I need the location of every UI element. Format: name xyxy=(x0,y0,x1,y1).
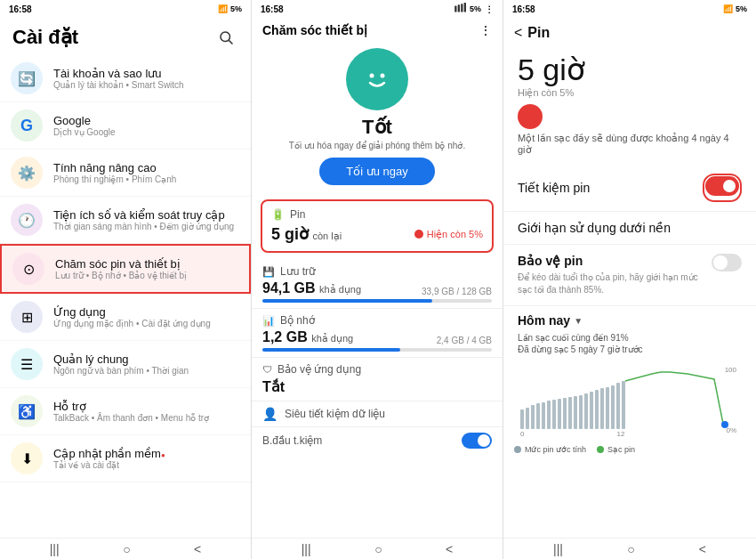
protect-section[interactable]: 🛡 Bảo vệ ứng dụng Tắt xyxy=(252,358,503,401)
svg-rect-23 xyxy=(584,393,588,429)
legend-dot-charging xyxy=(597,446,604,453)
settings-item-general[interactable]: ☰ Quản lý chung Ngôn ngữ và bàn phím • T… xyxy=(0,341,251,388)
settings-item-accessibility[interactable]: ♿ Hỗ trợ TalkBack • Âm thanh đơn • Menu … xyxy=(0,388,251,435)
bao-ve-title: Bảo vệ pin xyxy=(518,254,712,268)
memory-section[interactable]: 📊 Bộ nhớ 1,2 GB khả dụng 2,4 GB / 4 GB xyxy=(252,309,503,358)
legend-dot-estimated xyxy=(514,446,521,453)
protect-title: Bảo vệ ứng dụng xyxy=(277,363,361,376)
general-sub: Ngôn ngữ và bàn phím • Thời gian xyxy=(53,366,189,376)
battery-time: 5 giờ xyxy=(271,225,309,243)
device-care-sub: Lưu trữ • Bộ nhớ • Bảo vệ thiết bị xyxy=(55,271,187,280)
device-care-icon: ⊙ xyxy=(12,253,44,285)
super-save-icon: 👤 xyxy=(262,407,277,421)
chart-svg: 100 0% xyxy=(514,365,745,436)
battery-red-circle xyxy=(518,104,543,129)
svg-rect-4 xyxy=(461,4,462,12)
nav-home-1[interactable]: ○ xyxy=(123,542,130,556)
back-button[interactable]: < xyxy=(514,25,522,41)
settings-item-digital[interactable]: 🕐 Tiện ích số và kiểm soát truy cập Thời… xyxy=(0,197,251,244)
optimize-button[interactable]: Tối ưu ngay xyxy=(319,158,434,185)
bao-ve-desc: Để kéo dài tuổi thọ của pin, hãy giới hạ… xyxy=(518,271,712,296)
search-button[interactable] xyxy=(213,25,238,50)
svg-rect-18 xyxy=(558,399,561,429)
charge-stat-2: Đã dừng sạc 5 ngày 7 giờ trước xyxy=(518,344,742,354)
nav-home-2[interactable]: ○ xyxy=(374,542,382,556)
settings-item-apps[interactable]: ⊞ Ứng dụng Ứng dụng mặc định • Cài đặt ứ… xyxy=(0,294,251,341)
storage-progress-fill xyxy=(262,299,432,303)
settings-header: Cài đặt xyxy=(0,18,251,55)
panel-settings: 16:58 📶 5% Cài đặt 🔄 Tài khoản và sao lư… xyxy=(0,0,252,559)
nav-home-3[interactable]: ○ xyxy=(627,542,634,556)
nav-recents-1[interactable]: ||| xyxy=(50,542,60,556)
svg-point-0 xyxy=(221,32,230,42)
bao-ve-toggle[interactable] xyxy=(712,254,742,271)
battery-title: Pin xyxy=(527,25,550,41)
nav-back-1[interactable]: < xyxy=(194,542,201,556)
hom-nay-section: Hôm nay ▼ xyxy=(503,306,756,331)
nav-recents-2[interactable]: ||| xyxy=(302,542,311,556)
svg-rect-27 xyxy=(606,387,609,429)
status-time-1: 16:58 xyxy=(9,4,32,14)
digital-icon: 🕐 xyxy=(11,204,43,236)
nav-back-2[interactable]: < xyxy=(446,542,453,556)
device-care-title: Chăm sóc thiết bị xyxy=(262,23,367,37)
panel-battery: 16:58 📶 5% < Pin 5 giờ Hiện còn 5% Một l… xyxy=(503,0,756,559)
memory-avail: khả dụng xyxy=(311,333,353,344)
bao-ve-section: Bảo vệ pin Để kéo dài tuổi thọ của pin, … xyxy=(503,245,756,306)
svg-rect-17 xyxy=(552,400,556,429)
svg-rect-16 xyxy=(547,401,551,429)
device-care-content: Tốt Tối ưu hóa ngay để giải phóng thêm b… xyxy=(252,39,503,538)
memory-right: 2,4 GB / 4 GB xyxy=(437,336,492,345)
svg-point-8 xyxy=(381,74,385,78)
memory-progress-fill xyxy=(262,348,400,352)
gioi-han-row[interactable]: Giới hạn sử dụng dưới nền xyxy=(503,212,756,245)
legend-item-charging: Sạc pin xyxy=(597,445,635,454)
status-time-2: 16:58 xyxy=(261,4,284,14)
device-care-top: Tốt Tối ưu hóa ngay để giải phóng thêm b… xyxy=(252,39,503,199)
account-label: Tài khoản và sao lưu xyxy=(53,67,184,80)
settings-item-account[interactable]: 🔄 Tài khoản và sao lưu Quản lý tài khoản… xyxy=(0,55,251,102)
svg-rect-30 xyxy=(622,381,625,429)
settings-list: 🔄 Tài khoản và sao lưu Quản lý tài khoản… xyxy=(0,55,251,538)
update-sub: Tải về và cài đặt xyxy=(53,460,165,470)
status-bar-2: 16:58 5% ⋮ xyxy=(252,0,503,18)
google-sub: Dịch vụ Google xyxy=(53,127,116,137)
digital-sub: Thời gian sáng màn hình • Đếm giờ ứng dụ… xyxy=(53,222,234,231)
battery-remaining: còn lại xyxy=(312,231,342,241)
gioi-han-label: Giới hạn sử dụng dưới nền xyxy=(518,221,671,235)
super-save-label: Siêu tiết kiệm dữ liệu xyxy=(285,408,385,420)
battery-chart: 100 0% xyxy=(503,361,756,443)
nav-bar-3: ||| ○ < xyxy=(503,538,756,559)
battery-card[interactable]: 🔋 Pin 5 giờ còn lại Hiện còn 5% xyxy=(261,199,494,253)
svg-rect-19 xyxy=(563,398,567,429)
settings-item-device-care[interactable]: ⊙ Chăm sóc pin và thiết bị Lưu trữ • Bộ … xyxy=(0,244,251,294)
tot-sub: Tối ưu hóa ngay để giải phóng thêm bộ nh… xyxy=(289,141,465,150)
dropdown-arrow[interactable]: ▼ xyxy=(574,316,583,326)
battery-small-icon: 🔋 xyxy=(271,208,285,221)
super-save-row[interactable]: 👤 Siêu tiết kiệm dữ liệu xyxy=(252,401,503,427)
digital-label: Tiện ích số và kiểm soát truy cập xyxy=(53,208,234,222)
update-icon: ⬇ xyxy=(11,442,43,474)
general-label: Quản lý chung xyxy=(53,352,189,366)
tiet-kiem-toggle[interactable] xyxy=(705,176,739,196)
settings-item-advanced[interactable]: ⚙️ Tính năng nâng cao Phòng thí nghiệm •… xyxy=(0,150,251,197)
tiet-kiem-label: Tiết kiệm pin xyxy=(518,181,590,195)
svg-rect-15 xyxy=(542,402,545,429)
apps-label: Ứng dụng xyxy=(53,305,211,319)
settings-item-google[interactable]: G Google Dịch vụ Google xyxy=(0,102,251,150)
panel-device-care: 16:58 5% ⋮ Chăm sóc thiết bị ⋮ Tốt Tối ư… xyxy=(252,0,503,559)
charge-stats: Lần sạc cuối cùng đến 91% Đã dừng sạc 5 … xyxy=(503,331,756,361)
apps-icon: ⊞ xyxy=(11,301,43,333)
b-dau-tkiem-toggle[interactable] xyxy=(462,433,492,449)
storage-avail: khả dụng xyxy=(319,284,361,295)
svg-rect-21 xyxy=(574,396,577,429)
tiet-kiem-toggle-wrapper[interactable] xyxy=(703,174,742,202)
svg-rect-3 xyxy=(458,4,460,12)
nav-recents-3[interactable]: ||| xyxy=(553,542,563,556)
status-time-3: 16:58 xyxy=(512,4,535,14)
settings-item-update[interactable]: ⬇ Cập nhật phần mềm● Tải về và cài đặt xyxy=(0,435,251,482)
svg-rect-24 xyxy=(590,392,593,429)
nav-back-3[interactable]: < xyxy=(699,542,706,556)
memory-val: 1,2 GB xyxy=(262,329,308,344)
storage-section[interactable]: 💾 Lưu trữ 94,1 GB khả dụng 33,9 GB / 128… xyxy=(252,260,503,309)
